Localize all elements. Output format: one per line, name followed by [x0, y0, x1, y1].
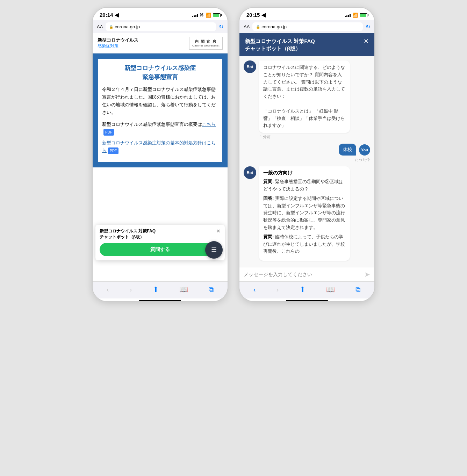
chat-widget-title: 新型コロナウイルス 対策FAQ チャットボット（β版） — [100, 228, 156, 240]
chat-input-bar[interactable]: ➤ — [239, 267, 374, 281]
chat-widget-overlay[interactable]: 新型コロナウイルス 対策FAQ チャットボット（β版） ✕ 質問する — [95, 225, 225, 260]
time-left: 20:14 ◀ — [100, 12, 119, 18]
cabinet-logo: 内 閣 官 房 Cabinet Secretariat — [189, 37, 223, 50]
main-link1[interactable]: 新型コロナウイルス感染症緊急事態宣言の概要はこちらPDF — [102, 121, 218, 136]
forward-button-left[interactable]: › — [127, 285, 135, 294]
site-title: 新型コロナウイルス 感染症対策 — [98, 37, 138, 49]
send-button[interactable]: ➤ — [364, 270, 370, 279]
qa2-label: 回答: — [263, 196, 274, 201]
bot-bubble-2: 一般の方向け 質問: 緊急事態措置の①期間や②区域はどうやって決まるの？ 回答:… — [259, 166, 350, 261]
bot-avatar-1: Bot — [244, 60, 256, 73]
battery-icon — [213, 13, 221, 17]
link1-anchor[interactable]: こちら — [202, 122, 216, 127]
tabs-button-left[interactable]: ⧉ — [206, 285, 216, 294]
bot-avatar-2: Bot — [244, 166, 256, 179]
site-title-line1: 新型コロナウイルス — [98, 37, 138, 43]
main-title: 新型コロナウイルス感染症 緊急事態宣言 — [102, 64, 218, 81]
pdf-badge2: PDF — [108, 147, 118, 154]
bookmarks-button-right[interactable]: 📖 — [323, 284, 338, 294]
bot-qa-2: 回答: 実際に設定する期間や区域については、新型インフルエンザ等緊急事態の発生時… — [263, 195, 346, 231]
website-main: 新型コロナウイルス感染症 緊急事態宣言 令和２年４月７日に新型コロナウイルス感染… — [93, 53, 228, 167]
signal-icon — [192, 13, 198, 17]
status-icons-right: 📶 — [345, 13, 368, 18]
wifi-symbol-right: 📶 — [352, 13, 358, 18]
ask-question-button[interactable]: 質問する — [100, 243, 221, 256]
chat-widget-close-btn[interactable]: ✕ — [216, 228, 221, 234]
chat-input[interactable] — [244, 272, 361, 277]
lock-icon-right: 🔒 — [256, 25, 260, 29]
phone-content-left: 新型コロナウイルス 感染症対策 内 閣 官 房 Cabinet Secretar… — [93, 33, 228, 281]
bot-qa-1: 質問: 緊急事態措置の①期間や②区域はどうやって決まるの？ — [263, 178, 346, 193]
refresh-button-left[interactable]: ↻ — [219, 23, 223, 30]
chat-messages: Bot コロナウイルスに関連する、どのようなことが知りたいですか？ 質問内容を入… — [239, 56, 374, 267]
url-text-left: corona.go.jp — [115, 24, 140, 29]
url-text-right: corona.go.jp — [261, 24, 287, 29]
chatbot-header: 新型コロナウイルス 対策FAQ チャットボット（β版） ✕ — [239, 33, 374, 56]
browser-nav-left: ‹ › ⬆ 📖 ⧉ — [93, 281, 228, 298]
qa2-text: 実際に設定する期間や区域については、新型インフルエンザ等緊急事態の発生時に、新型… — [263, 196, 345, 230]
refresh-button-right[interactable]: ↻ — [366, 23, 370, 30]
share-button-right[interactable]: ⬆ — [297, 284, 308, 294]
back-button-right[interactable]: ‹ — [251, 285, 259, 294]
user-message-time: たった今 — [244, 157, 370, 162]
bot-bubble-1: コロナウイルスに関連する、どのようなことが知りたいですか？ 質問内容を入力してく… — [259, 60, 350, 133]
website-header: 新型コロナウイルス 感染症対策 内 閣 官 房 Cabinet Secretar… — [93, 33, 228, 53]
left-phone: 20:14 ◀ ⌘︎ 📶 AA 🔒 corona.go.jp — [92, 7, 228, 302]
fab-menu-button[interactable]: ☰ — [205, 241, 223, 259]
user-text: 休校 — [343, 146, 352, 153]
time-right: 20:15 ◀ — [246, 12, 266, 18]
user-bubble-row: 休校 You — [244, 144, 370, 156]
wifi-symbol: 📶 — [206, 13, 211, 18]
back-button-left[interactable]: ‹ — [104, 285, 112, 294]
bot-message-2: Bot 一般の方向け 質問: 緊急事態措置の①期間や②区域はどうやって決まるの？… — [244, 166, 370, 261]
chatbot-title: 新型コロナウイルス 対策FAQ チャットボット（β版） — [245, 37, 315, 52]
qa3-text: 臨時休校によって、子供たちの学びに遅れが生じてしまいましたが、学校再開後、これら… — [263, 234, 345, 254]
signal-icon-right — [345, 13, 351, 17]
qa3-label: 質問: — [263, 234, 274, 239]
bot-response-title: 一般の方向け — [263, 170, 346, 176]
user-message-row: 休校 You たった今 — [244, 144, 370, 162]
pdf-badge1: PDF — [103, 129, 114, 136]
font-size-button[interactable]: AA — [97, 24, 103, 29]
user-avatar: You — [359, 144, 370, 156]
hamburger-icon: ☰ — [211, 247, 217, 253]
home-indicator-right — [286, 300, 328, 301]
bot-message-1: Bot コロナウイルスに関連する、どのようなことが知りたいですか？ 質問内容を入… — [244, 60, 370, 139]
bookmarks-button-left[interactable]: 📖 — [177, 284, 191, 294]
qa1-text: 緊急事態措置の①期間や②区域はどうやって決まるの？ — [263, 179, 343, 192]
chat-widget-header: 新型コロナウイルス 対策FAQ チャットボット（β版） ✕ — [100, 228, 221, 240]
home-indicator-left — [139, 300, 181, 301]
url-bar-left[interactable]: 🔒 corona.go.jp — [106, 22, 216, 31]
main-content-box: 新型コロナウイルス感染症 緊急事態宣言 令和２年４月７日に新型コロナウイルス感染… — [97, 58, 223, 163]
share-button-left[interactable]: ⬆ — [150, 284, 161, 294]
main-link2[interactable]: 新型コロナウイルス感染症対策の基本的対処方針はこちらPDF — [102, 139, 218, 154]
user-bubble: 休校 — [339, 144, 356, 156]
status-bar-right: 20:15 ◀ 📶 — [239, 8, 374, 20]
lock-icon: 🔒 — [109, 25, 113, 29]
main-body-text: 令和２年４月７日に新型コロナウイルス感染症緊急事態宣言が行われました。国民の皆様… — [102, 86, 218, 116]
bot-qa-3: 質問: 臨時休校によって、子供たちの学びに遅れが生じてしまいましたが、学校再開後… — [263, 233, 346, 255]
chatbot-close-button[interactable]: ✕ — [364, 37, 369, 45]
tabs-button-right[interactable]: ⧉ — [353, 285, 363, 294]
bot-text-1: コロナウイルスに関連する、どのようなことが知りたいですか？ 質問内容を入力してく… — [263, 64, 346, 129]
browser-bar-right[interactable]: AA 🔒 corona.go.jp ↻ — [239, 20, 374, 33]
forward-button-right[interactable]: › — [274, 285, 282, 294]
cabinet-ja: 内 閣 官 房 — [192, 39, 220, 44]
battery-icon-right — [360, 13, 367, 17]
font-size-button-right[interactable]: AA — [244, 24, 250, 29]
url-bar-right[interactable]: 🔒 corona.go.jp — [252, 22, 363, 31]
right-phone: 20:15 ◀ 📶 AA 🔒 corona.go.jp — [239, 7, 375, 302]
qa1-label: 質問: — [263, 179, 274, 184]
browser-nav-right: ‹ › ⬆ 📖 ⧉ — [239, 281, 374, 298]
wifi-icon: ⌘︎ — [200, 13, 204, 17]
status-bar-left: 20:14 ◀ ⌘︎ 📶 — [93, 8, 228, 20]
status-icons-left: ⌘︎ 📶 — [192, 13, 221, 18]
cabinet-en: Cabinet Secretariat — [192, 44, 220, 47]
browser-bar-left[interactable]: AA 🔒 corona.go.jp ↻ — [93, 20, 228, 33]
bot-message-1-time: １分前 — [259, 134, 350, 139]
site-title-line2[interactable]: 感染症対策 — [98, 43, 138, 49]
